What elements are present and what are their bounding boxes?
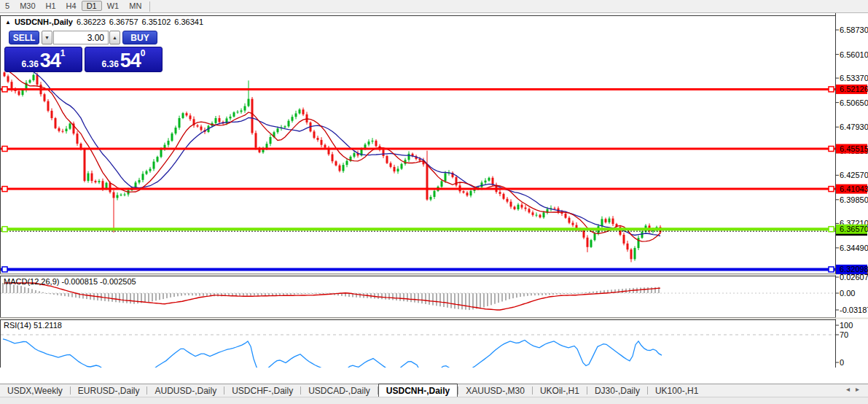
svg-text:0: 0 — [840, 358, 844, 367]
chart-tab-audusd-daily[interactable]: AUDUSD-,Daily — [147, 384, 224, 397]
svg-text:6.42570: 6.42570 — [840, 171, 868, 179]
svg-text:6.45515: 6.45515 — [840, 144, 868, 153]
svg-text:6.36570: 6.36570 — [840, 225, 868, 233]
buy-price-prefix: 6.36 — [101, 58, 118, 70]
ohlc-open: 6.36223 — [77, 18, 106, 26]
trade-controls-row: SELL ▼ ▲ BUY — [4, 31, 163, 45]
sell-quote-panel[interactable]: 6.36 34 1 — [4, 47, 82, 72]
timeframe-button-h1[interactable]: H1 — [41, 1, 61, 11]
timeframe-button-d1[interactable]: D1 — [82, 1, 102, 11]
toolbar-separator — [149, 1, 150, 12]
chart-tab-eurusd-daily[interactable]: EURUSD-,Daily — [71, 384, 147, 397]
svg-text:0.02607: 0.02607 — [840, 273, 868, 281]
volume-input[interactable] — [53, 31, 109, 44]
chart-tab-bar: USDX,WeeklyEURUSD-,DailyAUDUSD-,DailyUSD… — [0, 384, 868, 397]
macd-label: MACD(12,26,9) -0.000815 -0.002505 — [4, 277, 136, 286]
volume-decrease-button[interactable]: ▼ — [42, 31, 52, 44]
chart-tab-dj30-daily[interactable]: DJ30-,Daily — [587, 384, 647, 397]
ohlc-low: 6.35102 — [142, 18, 171, 26]
svg-text:6.47930: 6.47930 — [840, 123, 868, 131]
buy-button[interactable]: BUY — [122, 31, 157, 44]
collapse-arrow-icon[interactable]: ▲ — [5, 19, 11, 26]
svg-text:70: 70 — [840, 330, 848, 339]
svg-text:6.50650: 6.50650 — [840, 98, 868, 107]
svg-text:6.56010: 6.56010 — [840, 50, 868, 59]
buy-price-sup: 0 — [141, 49, 146, 58]
chart-ohlc-header: ▲ USDCNH-,Daily 6.36223 6.36757 6.35102 … — [5, 18, 203, 26]
mt4-terminal-window: 5M30H1H4D1W1MN 6.587306.560106.533706.50… — [0, 0, 868, 404]
buy-price-big: 54 — [120, 52, 141, 70]
timeframe-toolbar: 5M30H1H4D1W1MN — [0, 0, 868, 13]
chart-tab-usdcnh-daily[interactable]: USDCNH-,Daily — [378, 384, 458, 397]
ohlc-close: 6.36341 — [174, 18, 203, 26]
svg-text:6.58730: 6.58730 — [840, 26, 868, 34]
svg-text:0.00: 0.00 — [840, 289, 855, 298]
sell-price-prefix: 6.36 — [21, 58, 38, 70]
tab-scroll-arrows[interactable]: ◂▸ — [846, 385, 865, 393]
rsi-label: RSI(14) 51.2118 — [4, 321, 62, 330]
volume-increase-button[interactable]: ▲ — [109, 31, 120, 44]
timeframe-button-5[interactable]: 5 — [0, 1, 15, 11]
sell-price-sup: 1 — [60, 49, 66, 58]
chart-tab-usdcad-daily[interactable]: USDCAD-,Daily — [301, 384, 378, 397]
one-click-trading-panel: SELL ▼ ▲ BUY 6.36 34 1 6.36 54 0 — [4, 31, 163, 73]
buy-quote-panel[interactable]: 6.36 54 0 — [85, 47, 163, 72]
date-axis-strip — [0, 368, 868, 384]
chart-tab-usdchf-daily[interactable]: USDCHF-,Daily — [224, 384, 300, 397]
chart-tab-uk100-h1[interactable]: UK100-,H1 — [648, 384, 705, 397]
timeframe-button-m30[interactable]: M30 — [15, 1, 40, 11]
ohlc-high: 6.36757 — [109, 18, 138, 26]
svg-text:100: 100 — [840, 321, 853, 330]
svg-text:6.53370: 6.53370 — [840, 74, 868, 82]
svg-text:6.34490: 6.34490 — [840, 244, 868, 252]
sell-price-big: 34 — [40, 52, 60, 70]
svg-text:6.52126: 6.52126 — [840, 85, 868, 93]
timeframe-button-h4[interactable]: H4 — [61, 1, 82, 11]
svg-text:-0.03187: -0.03187 — [840, 306, 868, 314]
svg-text:6.39850: 6.39850 — [840, 195, 868, 204]
svg-text:6.41043: 6.41043 — [840, 184, 868, 193]
status-bar — [0, 397, 868, 404]
chart-tab-ukoil-h1[interactable]: UKOil-,H1 — [533, 384, 587, 397]
rsi-pane — [1, 320, 836, 368]
chart-tab-xauusd-m30[interactable]: XAUUSD-,M30 — [458, 384, 532, 397]
sell-button[interactable]: SELL — [9, 31, 39, 44]
chart-symbol-period: USDCNH-,Daily — [15, 18, 73, 26]
timeframe-button-w1[interactable]: W1 — [102, 1, 125, 11]
timeframe-button-mn[interactable]: MN — [124, 1, 146, 11]
chart-tab-usdx-weekly[interactable]: USDX,Weekly — [0, 384, 70, 397]
